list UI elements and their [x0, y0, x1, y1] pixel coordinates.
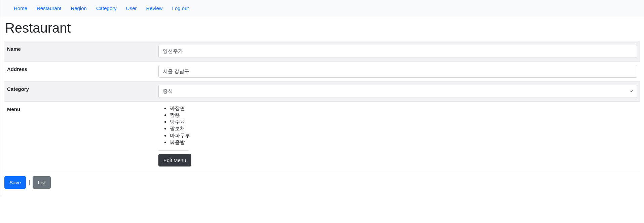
nav-link-user[interactable]: User [121, 3, 142, 14]
menu-separator [158, 150, 189, 151]
input-address[interactable] [158, 65, 637, 78]
nav-link-logout[interactable]: Log out [167, 3, 194, 14]
restaurant-form: Name Address Category 중식 Menu 짜장면 [4, 41, 640, 170]
list-button[interactable]: List [33, 176, 50, 189]
row-category: Category 중식 [4, 81, 640, 102]
label-name: Name [4, 41, 156, 62]
label-category: Category [4, 81, 156, 102]
menu-item: 마파두부 [170, 132, 637, 139]
nav-link-category[interactable]: Category [91, 3, 121, 14]
form-actions: Save | List [4, 176, 640, 189]
page-container: Restaurant Name Address Category 중식 Menu [0, 21, 644, 195]
label-menu: Menu [4, 101, 156, 170]
nav-link-home[interactable]: Home [9, 3, 32, 14]
row-menu: Menu 짜장면 짬뽕 탕수육 팔보채 마파두부 볶음밥 Edit Menu [4, 101, 640, 170]
nav-link-restaurant[interactable]: Restaurant [32, 3, 66, 14]
save-button[interactable]: Save [4, 176, 26, 189]
menu-item: 탕수육 [170, 118, 637, 125]
top-navbar: Home Restaurant Region Category User Rev… [0, 0, 644, 16]
menu-item: 짬뽕 [170, 112, 637, 118]
input-name[interactable] [158, 45, 637, 58]
nav-link-region[interactable]: Region [66, 3, 91, 14]
row-address: Address [4, 61, 640, 81]
nav-link-review[interactable]: Review [141, 3, 167, 14]
action-divider: | [29, 180, 30, 186]
select-category[interactable]: 중식 [158, 85, 637, 98]
label-address: Address [4, 61, 156, 81]
menu-item: 짜장면 [170, 105, 637, 112]
edit-menu-button[interactable]: Edit Menu [158, 154, 191, 166]
menu-list: 짜장면 짬뽕 탕수육 팔보채 마파두부 볶음밥 [158, 105, 637, 146]
menu-item: 팔보채 [170, 125, 637, 132]
page-title: Restaurant [4, 21, 640, 36]
row-name: Name [4, 41, 640, 62]
menu-item: 볶음밥 [170, 139, 637, 146]
